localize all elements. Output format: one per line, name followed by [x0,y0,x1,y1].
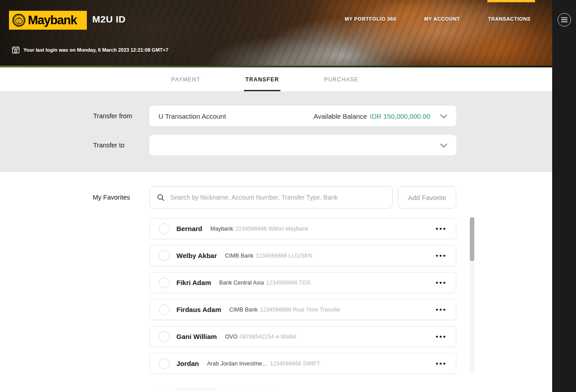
row-menu-button[interactable]: ••• [436,306,447,313]
favorites-search[interactable] [149,186,393,209]
select-radio[interactable] [159,358,170,369]
select-radio[interactable] [159,277,170,288]
favorite-details: 2234566666 Within Maybank [235,226,308,232]
partial-text-smudge [175,388,216,392]
calendar-clock-icon [12,46,20,54]
list-scrollbar-thumb[interactable] [470,217,474,261]
favorite-name: Gani William [176,333,217,340]
transfer-to-row: Transfer to [93,135,552,156]
hamburger-menu-button[interactable] [558,13,571,27]
select-radio[interactable] [159,223,170,234]
nav-my-portfolio-360[interactable]: MY PORTFOLIO 360 [345,16,396,22]
available-balance-label: Available Balance [314,112,367,120]
favorite-details: 1234566666 TGS [266,280,310,286]
favorite-bank: CIMB Bank [229,307,257,313]
select-radio[interactable] [159,304,170,315]
favorite-list-item[interactable]: Fikri Adam Bank Central Asia 1234566666 … [149,272,456,293]
select-radio[interactable] [159,331,170,342]
right-rail [552,0,576,392]
favorite-list-item[interactable]: Firdaus Adam CIMB Bank 1234566666 Real T… [149,299,456,320]
list-item-partial [149,380,456,392]
search-input[interactable] [170,194,385,201]
tab-payment[interactable]: PAYMENT [171,67,201,91]
transfer-from-label: Transfer from [93,112,149,120]
favorite-bank: Maybank [211,226,234,232]
favorite-details: 1234566666 SWIFT [270,361,320,367]
nav-my-account[interactable]: MY ACCOUNT [424,16,460,22]
list-scrollbar-track[interactable] [470,217,474,374]
top-nav: MY PORTFOLIO 360 MY ACCOUNT TRANSACTIONS [345,16,531,22]
app-root: Maybank M2U ID MY PORTFOLIO 360 MY ACCOU… [0,0,576,392]
favorite-bank: Bank Central Asia [219,280,264,286]
favorite-bank: CIMB Bank [225,253,253,259]
transfer-from-account: U Transaction Account [158,112,314,120]
add-favorite-button[interactable]: Add Favorite [398,186,456,209]
available-balance-value: IDR 150,000,000.00 [370,112,430,120]
select-radio[interactable] [159,250,170,261]
favorite-name: Fikri Adam [176,279,211,286]
row-menu-button[interactable]: ••• [436,333,447,340]
favorites-header: My Favorites Add Favorite [93,186,552,209]
transfer-to-select[interactable] [149,135,456,156]
transfer-from-row: Transfer from U Transaction Account Avai… [93,106,552,126]
favorite-list-item[interactable]: Welby Akbar CIMB Bank 1234566666 LLG/SKN… [149,245,456,266]
search-icon [157,194,165,201]
favorite-details: 08788542154 e-Wallet [240,334,296,340]
transfer-from-select[interactable]: U Transaction Account Available Balance … [149,106,456,126]
header-hero: Maybank M2U ID MY PORTFOLIO 360 MY ACCOU… [0,0,552,67]
last-login: Your last login was on Monday, 6 March 2… [12,46,168,54]
main-area: Maybank M2U ID MY PORTFOLIO 360 MY ACCOU… [0,0,552,392]
bottom-fade [0,380,552,392]
favorite-name: Firdaus Adam [176,306,221,313]
favorite-list-item[interactable]: Bernard Maybank 2234566666 Within Mayban… [149,218,456,239]
favorites-list: Bernard Maybank 2234566666 Within Mayban… [149,218,456,374]
favorite-name: Jordan [176,360,199,367]
favorite-bank: OVO [225,334,238,340]
maybank-wordmark: Maybank [28,13,77,27]
hamburger-icon [561,17,568,22]
my-favorites-label: My Favorites [93,194,149,201]
favorite-name: Welby Akbar [176,252,217,259]
header-photo-grass [0,66,552,67]
favorite-bank: Arab Jordan Investme… [207,361,268,367]
row-menu-button[interactable]: ••• [436,225,447,232]
transfer-form: Transfer from U Transaction Account Avai… [0,91,552,172]
nav-transactions[interactable]: TRANSACTIONS [488,16,531,22]
tab-transfer[interactable]: TRANSFER [245,67,279,91]
favorite-details: 1234566666 Real Time Transfer [260,307,341,313]
transfer-to-label: Transfer to [93,142,149,149]
row-menu-button[interactable]: ••• [436,279,447,286]
tiger-emblem-icon [12,13,26,27]
chevron-down-icon[interactable] [440,114,447,118]
favorite-list-item[interactable]: Gani William OVO 08788542154 e-Wallet ••… [149,326,456,347]
maybank-logo[interactable]: Maybank [9,11,87,30]
favorite-name: Bernard [176,225,202,232]
select-radio [158,385,168,392]
tab-bar: PAYMENT TRANSFER PURCHASE [0,67,552,91]
nav-active-indicator [487,0,535,2]
favorite-details: 1234566666 LLG/SKN [256,253,312,259]
tab-purchase[interactable]: PURCHASE [324,67,358,91]
row-menu-button[interactable]: ••• [436,360,447,367]
favorites-section: My Favorites Add Favorite Bernard Mayban… [0,186,552,374]
app-title: M2U ID [92,14,126,25]
chevron-down-icon[interactable] [440,143,447,147]
row-menu-button[interactable]: ••• [436,252,447,259]
partial-text-smudge [225,389,274,392]
last-login-text: Your last login was on Monday, 6 March 2… [23,47,168,53]
favorite-list-item[interactable]: Jordan Arab Jordan Investme… 1234566666 … [149,353,456,374]
